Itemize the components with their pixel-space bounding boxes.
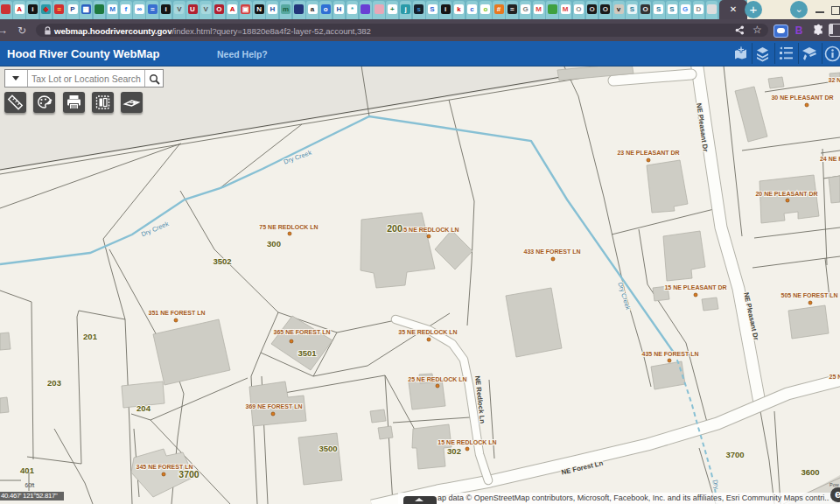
svg-text:3500: 3500 [318, 444, 337, 453]
svg-text:15 NE REDLOCK LN: 15 NE REDLOCK LN [438, 439, 496, 445]
svg-text:25 N: 25 N [830, 374, 840, 380]
svg-text:351 NE FOREST LN: 351 NE FOREST LN [149, 310, 206, 316]
svg-text:30 NE PLEASANT DR: 30 NE PLEASANT DR [771, 94, 833, 101]
svg-text:3502: 3502 [213, 256, 231, 266]
svg-text:204: 204 [136, 403, 151, 413]
svg-text:60ft: 60ft [25, 482, 35, 488]
svg-text:433 NE FOREST LN: 433 NE FOREST LN [524, 248, 581, 255]
svg-text:75 NE REDLOCK LN: 75 NE REDLOCK LN [259, 224, 318, 230]
svg-text:369 NE FOREST LN: 369 NE FOREST LN [246, 403, 303, 410]
svg-text:3700: 3700 [178, 469, 200, 480]
svg-text:25 NE REDLOCK LN: 25 NE REDLOCK LN [408, 376, 466, 382]
svg-text:401: 401 [20, 466, 35, 475]
svg-text:95 NE REDLOCK LN: 95 NE REDLOCK LN [400, 227, 458, 233]
svg-text:35 NE REDLOCK LN: 35 NE REDLOCK LN [398, 329, 457, 335]
svg-text:505 NE FOREST LN: 505 NE FOREST LN [781, 292, 838, 298]
svg-text:24 NE P: 24 NE P [820, 156, 840, 162]
svg-text:200: 200 [387, 223, 402, 234]
svg-text:302: 302 [447, 446, 461, 456]
svg-text:3700: 3700 [725, 450, 744, 459]
svg-text:15 NE PLEASANT DR: 15 NE PLEASANT DR [664, 284, 726, 290]
svg-text:3600: 3600 [801, 467, 819, 477]
svg-text:300: 300 [267, 239, 281, 248]
svg-text:201: 201 [83, 332, 98, 341]
svg-text:203: 203 [47, 378, 61, 388]
svg-text:20 NE PLEASANT DR: 20 NE PLEASANT DR [755, 191, 817, 197]
svg-text:32 N: 32 N [829, 77, 840, 83]
svg-text:3501: 3501 [298, 348, 317, 358]
svg-text:435 NE FOREST LN: 435 NE FOREST LN [642, 351, 699, 357]
svg-text:365 NE FOREST LN: 365 NE FOREST LN [274, 329, 331, 335]
svg-text:23 NE PLEASANT DR: 23 NE PLEASANT DR [617, 150, 679, 156]
